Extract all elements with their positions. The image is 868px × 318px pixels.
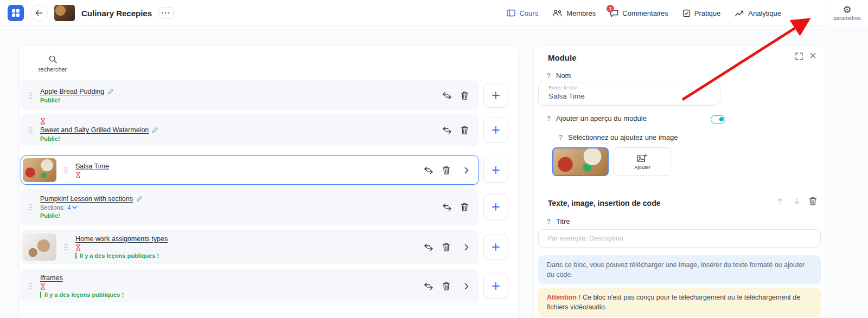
lesson-info: Pumpkin! Lesson with sections Sections: … <box>40 192 143 222</box>
expand-lesson-chevron-icon[interactable] <box>464 167 469 174</box>
course-thumbnail <box>54 5 75 21</box>
nav-cours[interactable]: Cours <box>507 9 538 17</box>
info-box: Dans ce bloc, vous pouvez télécharger un… <box>538 255 821 284</box>
drag-handle-icon[interactable] <box>64 167 68 174</box>
lesson-row[interactable]: Pumpkin! Lesson with sections Sections: … <box>21 189 479 225</box>
sections-line: Sections: 4 <box>40 204 143 211</box>
lesson-info: Home work assignments types Il y a des l… <box>75 232 168 262</box>
module-name-input[interactable]: Entrez le titre Salsa Time <box>538 82 720 106</box>
nav-membres[interactable]: Membres <box>552 9 596 17</box>
lesson-thumbnail <box>23 233 56 261</box>
lesson-list: Apple Bread Pudding Public! Sweet and Sa… <box>21 80 509 303</box>
add-lesson-button[interactable] <box>483 194 508 219</box>
comments-icon: 1 <box>610 9 618 17</box>
move-lesson-icon[interactable] <box>442 203 452 211</box>
warning-box: Attention ! Ce bloc n'est pas conçu pour… <box>538 288 821 317</box>
selected-module-image[interactable] <box>552 147 609 176</box>
edit-pencil-icon[interactable] <box>152 127 158 133</box>
lesson-title[interactable]: Home work assignments types <box>75 235 168 243</box>
warning-text: Ce bloc n'est pas conçu pour le téléchar… <box>547 294 800 311</box>
drag-handle-icon[interactable] <box>29 204 33 211</box>
lesson-title[interactable]: Iframes <box>40 274 63 282</box>
toggle-knob <box>719 117 724 122</box>
lesson-title[interactable]: Sweet and Salty Grilled Watermelon <box>40 126 149 134</box>
expand-panel-icon[interactable] <box>795 53 803 60</box>
nav-label: Cours <box>519 9 538 17</box>
move-lesson-icon[interactable] <box>424 243 433 251</box>
add-lesson-button[interactable] <box>483 118 508 142</box>
delete-lesson-icon[interactable] <box>461 203 469 212</box>
image-label: Sélectionnez ou ajoutez une image <box>568 133 678 141</box>
lesson-actions <box>424 282 478 291</box>
help-icon[interactable] <box>557 134 564 141</box>
drag-handle-icon[interactable] <box>29 127 33 134</box>
sections-count-dropdown[interactable]: 4 <box>67 204 77 211</box>
add-lesson-button[interactable] <box>483 83 508 108</box>
topbar-nav: Cours Membres 1 Commentaires Pratique An… <box>507 0 781 26</box>
move-block-down-icon[interactable] <box>794 198 800 205</box>
add-lesson-button[interactable] <box>483 235 508 259</box>
add-lesson-button[interactable] <box>483 274 508 298</box>
lesson-info: Sweet and Salty Grilled Watermelon Publi… <box>40 115 158 145</box>
delete-lesson-icon[interactable] <box>442 166 450 175</box>
lesson-row[interactable]: Home work assignments types Il y a des l… <box>21 230 479 264</box>
name-input-value: Salsa Time <box>548 92 585 100</box>
move-lesson-icon[interactable] <box>424 166 433 174</box>
lesson-row-group: Pumpkin! Lesson with sections Sections: … <box>21 189 509 225</box>
gear-icon: ⚙ <box>843 5 851 15</box>
more-options-button[interactable] <box>158 7 174 19</box>
lesson-title[interactable]: Pumpkin! Lesson with sections <box>40 195 133 203</box>
preview-toggle[interactable] <box>711 115 725 124</box>
lesson-info: Iframes Il y a des leçons publiques ! <box>40 271 124 301</box>
edit-pencil-icon[interactable] <box>136 196 143 202</box>
move-lesson-icon[interactable] <box>442 92 452 100</box>
close-panel-icon[interactable] <box>810 53 816 59</box>
lesson-row-group: Salsa Time <box>21 155 509 185</box>
preview-toggle-row: Ajouter un aperçu du module <box>545 114 647 122</box>
nav-analytique[interactable]: Analytique <box>735 9 781 17</box>
lesson-row-selected[interactable]: Salsa Time <box>21 155 479 185</box>
search-button[interactable]: rechercher <box>27 55 78 73</box>
nav-pratique[interactable]: Pratique <box>682 9 720 17</box>
lesson-title[interactable]: Salsa Time <box>75 163 109 170</box>
timer-icon <box>75 172 109 178</box>
lesson-row[interactable]: Iframes Il y a des leçons publiques ! <box>21 269 479 303</box>
lesson-row[interactable]: Sweet and Salty Grilled Watermelon Publi… <box>21 114 479 146</box>
expand-lesson-chevron-icon[interactable] <box>464 283 469 290</box>
block-title: Texte, image, insertion de code <box>548 199 660 207</box>
drag-handle-icon[interactable] <box>29 283 33 290</box>
add-image-label: Ajouter <box>634 164 650 170</box>
search-icon <box>48 55 58 64</box>
chevron-down-icon <box>72 206 77 209</box>
delete-lesson-icon[interactable] <box>442 243 450 252</box>
help-icon[interactable] <box>545 72 552 80</box>
lesson-status: Public! <box>40 135 158 142</box>
drag-handle-icon[interactable] <box>29 92 33 99</box>
lesson-title[interactable]: Apple Bread Pudding <box>40 88 104 95</box>
titre-label: Titre <box>556 217 570 225</box>
nav-commentaires[interactable]: 1 Commentaires <box>610 9 668 17</box>
delete-lesson-icon[interactable] <box>461 126 469 135</box>
delete-lesson-icon[interactable] <box>442 282 450 291</box>
nav-label: Commentaires <box>622 9 668 17</box>
plus-icon <box>492 166 500 174</box>
move-lesson-icon[interactable] <box>442 126 452 134</box>
lesson-row[interactable]: Apple Bread Pudding Public! <box>21 80 479 111</box>
add-image-button[interactable]: Ajouter <box>614 147 671 176</box>
image-label-row: Sélectionnez ou ajoutez une image <box>557 133 678 141</box>
edit-pencil-icon[interactable] <box>107 88 114 95</box>
delete-block-icon[interactable] <box>809 197 817 206</box>
expand-lesson-chevron-icon[interactable] <box>464 244 469 251</box>
lesson-info: Salsa Time <box>75 159 109 181</box>
drag-handle-icon[interactable] <box>64 244 68 251</box>
add-lesson-button[interactable] <box>483 158 508 183</box>
back-button[interactable] <box>30 4 48 22</box>
settings-button[interactable]: ⚙ paramètres <box>826 0 868 26</box>
help-icon[interactable] <box>545 115 552 122</box>
apps-grid-button[interactable] <box>8 5 24 21</box>
move-block-up-icon[interactable] <box>777 198 783 205</box>
move-lesson-icon[interactable] <box>424 282 433 290</box>
titre-input[interactable] <box>538 229 821 248</box>
help-icon[interactable] <box>545 218 552 225</box>
delete-lesson-icon[interactable] <box>461 91 469 100</box>
